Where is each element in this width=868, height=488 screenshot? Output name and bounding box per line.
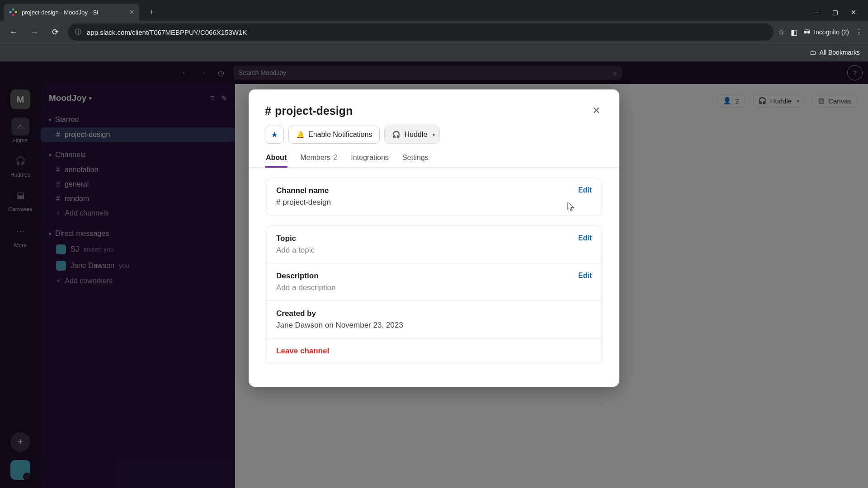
channel-name-label: Channel name [276,186,592,195]
svg-rect-0 [9,11,11,13]
minimize-icon[interactable]: — [813,9,820,16]
channel-details-modal: # project-design ✕ ★ 🔔 Enable Notificati… [249,89,619,387]
topic-value: Add a topic [276,246,592,255]
folder-icon: 🗀 [810,49,816,56]
created-by-value: Jane Dawson on November 23, 2023 [276,321,592,330]
topic-row[interactable]: Topic Add a topic Edit [265,226,603,263]
chevron-down-icon: ▾ [433,132,435,137]
svg-rect-2 [15,11,17,13]
edit-description[interactable]: Edit [578,272,592,280]
browser-toolbar: ← → ⟳ ⓘ app.slack.com/client/T067MEBPPUY… [0,21,868,43]
menu-icon[interactable]: ⋮ [855,28,863,37]
star-button[interactable]: ★ [265,126,284,144]
browser-chrome: project-design - MoodJoy - Sl × + — ▢ ✕ … [0,0,868,61]
close-window-icon[interactable]: ✕ [851,9,856,16]
tab-bar: project-design - MoodJoy - Sl × + — ▢ ✕ [0,0,868,21]
slack-app: ← → ◷ Search MoodJoy ⌕ ? M ⌂ Home 🎧 Hudd… [0,61,868,488]
new-tab-button[interactable]: + [145,5,159,20]
svg-rect-1 [12,9,14,10]
close-modal-button[interactable]: ✕ [590,102,603,119]
url-bar[interactable]: ⓘ app.slack.com/client/T067MEBPPUY/C066X… [68,23,774,41]
topic-label: Topic [276,234,592,243]
details-card: Topic Add a topic Edit Description Add a… [265,225,603,364]
svg-rect-3 [12,14,14,16]
back-button[interactable]: ← [5,24,22,40]
modal-title: # project-design [265,104,353,117]
forward-button[interactable]: → [26,24,42,40]
created-by-row: Created by Jane Dawson on November 23, 2… [265,300,603,338]
edit-channel-name[interactable]: Edit [578,186,592,194]
tab-title: project-design - MoodJoy - Sl [22,9,125,16]
url-text: app.slack.com/client/T067MEBPPUY/C066X15… [87,28,247,36]
tab-settings[interactable]: Settings [401,151,429,167]
modal-header: # project-design ✕ [249,102,619,126]
tab-integrations[interactable]: Integrations [350,151,390,167]
panel-icon[interactable]: ◧ [791,28,797,37]
bell-icon: 🔔 [296,131,305,139]
slack-favicon [9,8,17,16]
enable-notifications-button[interactable]: 🔔 Enable Notifications [288,126,380,144]
leave-channel-row[interactable]: Leave channel [265,338,603,364]
description-value: Add a description [276,283,592,292]
bookmarks-bar: 🗀 All Bookmarks [0,43,868,61]
channel-name-value: # project-design [276,198,592,207]
created-by-label: Created by [276,309,592,318]
channel-name-card: Channel name # project-design Edit [265,178,603,216]
all-bookmarks[interactable]: All Bookmarks [820,49,860,56]
reload-button[interactable]: ⟳ [47,24,63,40]
incognito-icon: 🕶 [804,28,810,36]
edit-topic[interactable]: Edit [578,234,592,242]
channel-name-row[interactable]: Channel name # project-design Edit [265,178,603,215]
modal-actions: ★ 🔔 Enable Notifications 🎧 Huddle ▾ [249,126,619,151]
close-icon[interactable]: × [130,8,134,16]
leave-channel-button: Leave channel [276,347,592,356]
description-label: Description [276,272,592,281]
tab-members[interactable]: Members 2 [299,151,338,167]
modal-body: Channel name # project-design Edit Topic… [249,168,619,364]
star-icon[interactable]: ☆ [778,28,784,37]
modal-tabs: About Members 2 Integrations Settings [249,151,619,168]
headphones-icon: 🎧 [392,131,401,139]
window-controls: — ▢ ✕ [813,9,864,16]
browser-tab[interactable]: project-design - MoodJoy - Sl × [4,4,139,21]
maximize-icon[interactable]: ▢ [832,9,838,16]
description-row[interactable]: Description Add a description Edit [265,263,603,300]
toolbar-icons: ☆ ◧ 🕶 Incognito (2) ⋮ [778,28,863,37]
incognito-indicator[interactable]: 🕶 Incognito (2) [804,28,849,36]
site-info-icon[interactable]: ⓘ [75,28,81,36]
incognito-label: Incognito (2) [814,28,849,36]
huddle-dropdown-button[interactable]: 🎧 Huddle ▾ [384,126,440,144]
tab-about[interactable]: About [265,151,288,167]
